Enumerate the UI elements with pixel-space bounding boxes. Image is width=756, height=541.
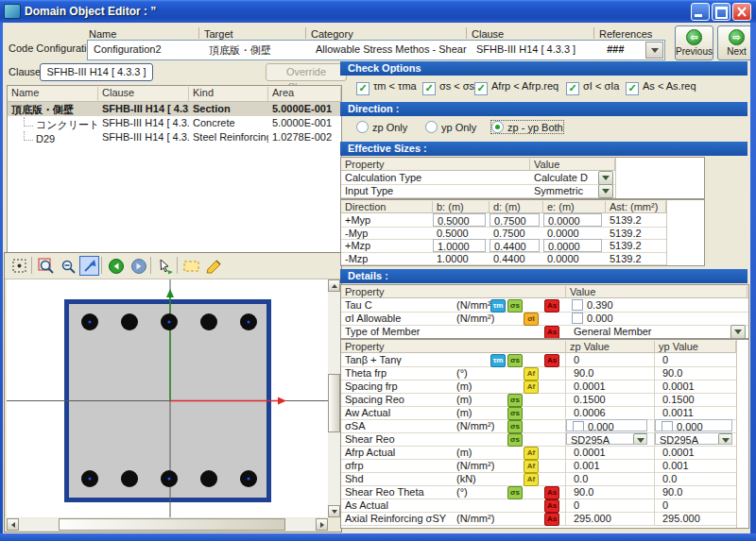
canvas-vertical-scrollbar[interactable] (328, 279, 340, 517)
value-checkbox[interactable] (572, 299, 583, 311)
check-option-0[interactable]: ✓τm < τma (356, 80, 417, 95)
col-sep (565, 472, 566, 485)
chevron-down-icon (722, 438, 730, 443)
annotate-icon[interactable] (204, 256, 224, 276)
value-checkbox[interactable] (662, 421, 673, 431)
close-icon (735, 6, 748, 18)
tree-header-area: Area (268, 87, 341, 102)
config-column-separator (593, 27, 594, 39)
scroll-up-button[interactable] (328, 279, 340, 292)
combobox-dropdown-button[interactable] (645, 42, 663, 59)
dropdown-button[interactable] (598, 184, 613, 198)
clause-button[interactable]: SFHB-III H14 [ 4.3.3 ] (40, 63, 153, 81)
col-sep (654, 380, 655, 393)
canvas-horizontal-scrollbar[interactable] (7, 518, 328, 531)
es-cell-e[interactable]: 0.0000 (543, 213, 602, 227)
col-sep (654, 366, 655, 380)
close-button[interactable] (732, 3, 751, 21)
direction-option-0[interactable]: zp Only (356, 121, 407, 133)
tree-table-header: NameClauseKindArea (8, 86, 341, 102)
es-cell-d: 0.4400 (490, 252, 540, 265)
tree-cell-kind: Section (189, 102, 268, 116)
es-cell-b: 0.5000 (433, 227, 486, 240)
pan-arrow-icon[interactable] (79, 256, 99, 276)
zoom-window-icon[interactable] (36, 256, 56, 276)
check-option-3[interactable]: ✓σI < σIa (566, 80, 619, 95)
arrow-up-icon (332, 284, 337, 288)
es-cell-b[interactable]: 1.0000 (433, 239, 486, 252)
scroll-left-button[interactable] (7, 518, 19, 531)
check-option-2[interactable]: ✓Afrp < Afrp.req (474, 80, 558, 95)
fit-view-icon[interactable] (9, 256, 29, 276)
detail-value-cell[interactable]: 0.390 (566, 298, 661, 312)
check-option-4[interactable]: ✓As < As.req (626, 80, 696, 95)
es-cell-ast: 5139.2 (606, 227, 666, 240)
view-next-icon[interactable] (129, 256, 148, 276)
detail-value-cell[interactable]: 0.000 (566, 312, 661, 325)
rebar-dot (121, 470, 138, 487)
scroll-down-button[interactable] (328, 505, 340, 517)
column-header: e: (m) (543, 201, 606, 213)
config-value-1: 頂底版・側壁 (209, 43, 271, 58)
vertical-scroll-thumb[interactable] (328, 374, 340, 432)
config-value-4: ### (607, 43, 624, 55)
tree-row[interactable]: 頂底版・側壁SFHB-III H14 [ 4.3.3 ]Section5.000… (8, 102, 341, 116)
es-cell-d: 0.7500 (490, 227, 540, 240)
view-previous-icon[interactable] (106, 256, 126, 276)
tm-badge-icon: τm (490, 354, 506, 367)
dropdown-button[interactable] (718, 433, 732, 445)
es-prop-row: Input TypeSymmetric (341, 184, 615, 198)
app-icon (4, 4, 21, 19)
dropdown-button[interactable] (598, 171, 613, 185)
dropdown-button[interactable] (730, 325, 746, 339)
filler (615, 158, 704, 198)
config-column-label: Category (311, 28, 353, 40)
detail-label: Tanβ + Tanγ (341, 353, 451, 366)
value-checkbox[interactable] (573, 421, 584, 431)
section-canvas[interactable] (7, 279, 328, 517)
detail-zp-value: 295.000 (570, 512, 647, 525)
config-value-2: Allowable Stress Methos - Shear (316, 43, 467, 55)
tree-cell-name: 頂底版・側壁 (8, 102, 98, 116)
tree-cell-kind: Concrete (189, 116, 268, 130)
check-option-1[interactable]: ✓σs < σsa (422, 80, 480, 95)
scroll-right-button[interactable] (316, 518, 328, 531)
minimize-button[interactable] (691, 3, 710, 21)
override-clauses-button[interactable]: Override Clauses (266, 63, 347, 81)
tree-row[interactable]: D29SFHB-III H14 [ 4.3.3 ]Steel Reinforci… (8, 130, 341, 144)
filler (666, 200, 704, 265)
detail-zp-value: 0.0 (570, 472, 647, 485)
as-badge-icon: As (544, 354, 559, 367)
rebar-dot (200, 470, 217, 487)
arrow-down-icon (332, 510, 337, 514)
detail-zp-cell[interactable]: 0.000 (566, 419, 647, 431)
es-cell-d[interactable]: 0.4400 (490, 239, 540, 252)
code-configuration-combobox[interactable]: Configuration2頂底版・側壁Allowable Stress Met… (87, 40, 665, 60)
col-sep (565, 499, 566, 512)
column-header: zp Value (566, 341, 655, 353)
detail-zp-cell[interactable]: SD295A (566, 432, 647, 445)
as-badge-icon: As (544, 326, 559, 339)
previous-button[interactable]: ⇦ Previous (675, 25, 713, 60)
select-cursor-icon[interactable] (155, 256, 175, 276)
direction-option-1[interactable]: yp Only (425, 121, 476, 133)
es-cell-b[interactable]: 0.5000 (433, 213, 486, 227)
es-cell-e[interactable]: 0.0000 (543, 239, 602, 252)
direction-option-2[interactable]: zp - yp Both (491, 121, 563, 133)
detail-yp-cell[interactable]: 0.000 (655, 419, 732, 431)
region-select-icon[interactable] (181, 256, 201, 276)
horizontal-scroll-thumb[interactable] (59, 518, 285, 531)
maximize-button[interactable] (712, 3, 730, 21)
dropdown-button[interactable] (633, 433, 647, 445)
detail-yp-value: 295.000 (659, 512, 732, 525)
radio-icon (491, 121, 504, 133)
es-cell-d[interactable]: 0.7500 (490, 213, 540, 227)
detail-label: Axial Reinforcing σSY (341, 512, 451, 525)
value-checkbox[interactable] (572, 313, 583, 324)
title-bar[interactable]: Domain Object Editor : ” (0, 0, 756, 23)
es-prop-value: Symmetric (530, 184, 596, 197)
af-badge-icon: Af (524, 380, 539, 394)
detail-yp-cell[interactable]: SD295A (655, 432, 732, 445)
tree-row[interactable]: コンクリートSFHB-III H14 [ 4.3.3 ]Concrete5.00… (8, 116, 341, 130)
zoom-out-icon[interactable] (58, 256, 77, 276)
